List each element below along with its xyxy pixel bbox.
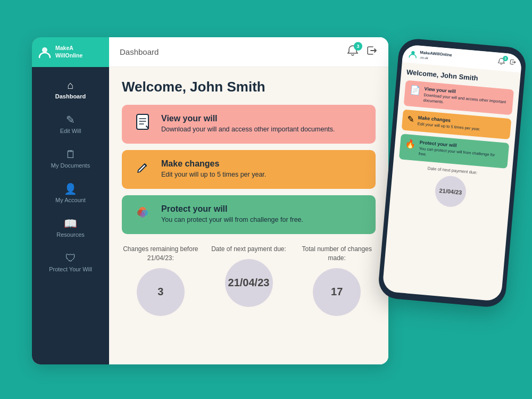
main-body: Welcome, John Smith View your will Downl… bbox=[109, 67, 388, 364]
phone-protect-will-card[interactable]: 🔥 Protect your will You can protect your… bbox=[399, 134, 509, 169]
phone-mockup: MakeAWillOnline.co.uk 3 bbox=[377, 37, 527, 308]
phone-logo: MakeAWillOnline.co.uk bbox=[408, 49, 452, 62]
phone-body: Welcome, John Smith 📄 View your will Dow… bbox=[382, 62, 521, 302]
phone-view-will-icon: 📄 bbox=[409, 85, 421, 96]
sidebar-item-edit-will[interactable]: ✎ Edit Will bbox=[32, 107, 109, 142]
protect-will-icon bbox=[131, 203, 154, 227]
sidebar-logo: MakeA WillOnline bbox=[32, 37, 109, 67]
view-will-icon bbox=[131, 112, 154, 136]
sidebar: MakeA WillOnline ⌂ Dashboard ✎ Edit Will… bbox=[32, 37, 109, 364]
stat-payment-value: 21/04/23 bbox=[225, 259, 273, 307]
phone-view-will-text: View your will Download your will and ac… bbox=[423, 86, 509, 111]
sidebar-item-dashboard[interactable]: ⌂ Dashboard bbox=[32, 72, 109, 107]
protect-will-description: You can protect your will from challenge… bbox=[161, 215, 303, 225]
notification-button[interactable]: 3 bbox=[347, 45, 359, 59]
logout-icon bbox=[366, 45, 378, 56]
stat-payment-label: Date of next payment due: bbox=[211, 245, 286, 254]
phone-make-changes-icon: ✎ bbox=[407, 114, 415, 125]
header-icons: 3 bbox=[347, 45, 378, 59]
protect-will-text: Protect your will You can protect your w… bbox=[161, 204, 303, 225]
stat-changes-value: 3 bbox=[137, 268, 185, 316]
phone-logo-text: MakeAWillOnline.co.uk bbox=[419, 50, 452, 62]
phone-protect-will-icon: 🔥 bbox=[405, 138, 417, 149]
main-content: Dashboard 3 Welcome, J bbox=[109, 37, 388, 364]
documents-icon: 🗒 bbox=[65, 149, 76, 160]
phone-notification-badge: 3 bbox=[503, 55, 509, 61]
stat-total-changes: Total number of changes made: 17 bbox=[298, 245, 376, 316]
stat-next-payment: Date of next payment due: 21/04/23 bbox=[210, 245, 288, 316]
protect-will-card[interactable]: Protect your will You can protect your w… bbox=[122, 195, 376, 234]
dashboard-card: MakeA WillOnline ⌂ Dashboard ✎ Edit Will… bbox=[32, 37, 388, 364]
make-changes-icon bbox=[131, 157, 154, 181]
protect-will-title: Protect your will bbox=[161, 204, 303, 214]
main-header: Dashboard 3 bbox=[109, 37, 388, 67]
make-changes-card[interactable]: Make changes Edit your will up to 5 time… bbox=[122, 150, 376, 189]
stat-total-label: Total number of changes made: bbox=[298, 245, 376, 263]
welcome-title: Welcome, John Smith bbox=[122, 79, 376, 95]
protect-icon: 🛡 bbox=[65, 253, 76, 263]
stat-total-value: 17 bbox=[313, 268, 361, 316]
logout-button[interactable] bbox=[366, 45, 378, 59]
logo-text: MakeA WillOnline bbox=[55, 45, 82, 59]
phone-notification-button[interactable]: 3 bbox=[497, 57, 505, 66]
sidebar-nav: ⌂ Dashboard ✎ Edit Will 🗒 My Documents 👤… bbox=[32, 67, 109, 280]
notification-badge: 3 bbox=[354, 42, 362, 51]
view-will-card[interactable]: View your will Download your will and ac… bbox=[122, 105, 376, 144]
home-icon: ⌂ bbox=[67, 80, 73, 90]
logo-icon bbox=[37, 45, 52, 60]
view-will-text: View your will Download your will and ac… bbox=[161, 114, 335, 135]
phone-make-changes-text: Make changes Edit your will up to 5 time… bbox=[417, 115, 481, 132]
phone-header-icons: 3 bbox=[497, 57, 517, 68]
account-icon: 👤 bbox=[64, 184, 77, 194]
stat-changes-label: Changes remaining before 21/04/23: bbox=[122, 245, 200, 263]
make-changes-title: Make changes bbox=[161, 159, 266, 169]
phone-logo-icon bbox=[408, 49, 418, 60]
svg-point-0 bbox=[42, 47, 47, 53]
view-will-description: Download your will and access other impo… bbox=[161, 125, 335, 135]
make-changes-description: Edit your will up to 5 times per year. bbox=[161, 170, 266, 180]
phone-logout-icon bbox=[509, 59, 517, 66]
header-title: Dashboard bbox=[120, 47, 159, 56]
phone-stat-value: 21/04/23 bbox=[434, 174, 468, 208]
resources-icon: 📖 bbox=[64, 218, 77, 229]
svg-point-5 bbox=[140, 212, 145, 218]
stats-section: Changes remaining before 21/04/23: 3 Dat… bbox=[122, 245, 376, 316]
phone-screen: MakeAWillOnline.co.uk 3 bbox=[382, 44, 522, 302]
edit-icon: ✎ bbox=[66, 114, 75, 125]
sidebar-item-resources[interactable]: 📖 Resources bbox=[32, 211, 109, 245]
phone-logout-button[interactable] bbox=[509, 59, 517, 68]
view-will-title: View your will bbox=[161, 114, 335, 123]
sidebar-item-my-documents[interactable]: 🗒 My Documents bbox=[32, 142, 109, 176]
make-changes-text: Make changes Edit your will up to 5 time… bbox=[161, 159, 266, 180]
phone-view-will-card[interactable]: 📄 View your will Download your will and … bbox=[404, 80, 514, 115]
stat-changes-remaining: Changes remaining before 21/04/23: 3 bbox=[122, 245, 200, 316]
sidebar-item-protect-your-will[interactable]: 🛡 Protect Your Will bbox=[32, 245, 109, 280]
sidebar-item-my-account[interactable]: 👤 My Account bbox=[32, 176, 109, 211]
phone-protect-will-text: Protect your will You can protect your w… bbox=[418, 139, 504, 164]
